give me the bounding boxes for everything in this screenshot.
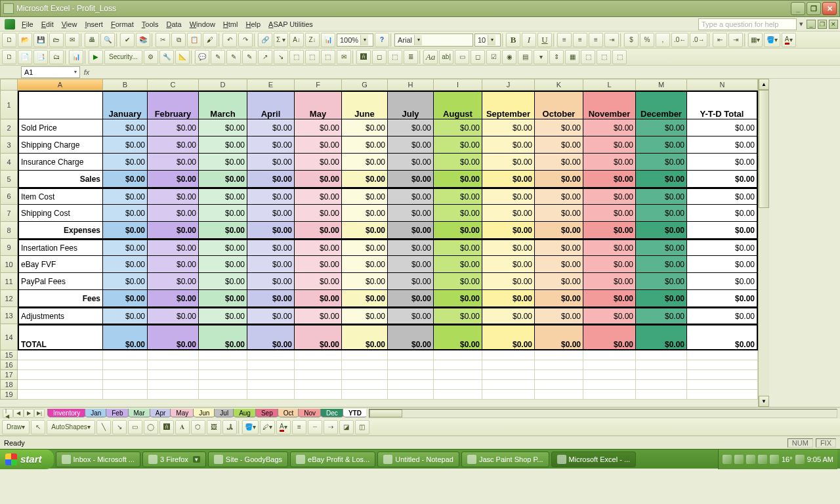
cell[interactable]: $0.00	[434, 239, 482, 256]
underline-button[interactable]: U	[537, 33, 552, 47]
tb2-form-2[interactable]: ◻	[372, 50, 387, 64]
cell[interactable]: $0.00	[103, 324, 148, 350]
col-header-C[interactable]: C	[148, 79, 199, 91]
row-label[interactable]: Expenses	[18, 222, 103, 239]
cell[interactable]: $0.00	[388, 136, 434, 154]
control-toolbox-button[interactable]: 🔧	[159, 50, 174, 64]
cell[interactable]: $0.00	[583, 171, 636, 188]
cell[interactable]: $0.00	[247, 290, 295, 307]
col-header-F[interactable]: F	[295, 79, 342, 91]
sheet-tab-feb[interactable]: Feb	[106, 409, 129, 417]
draw-menu[interactable]: Draw ▾	[2, 420, 30, 434]
row-header-10[interactable]: 10	[0, 256, 18, 273]
empty-cell[interactable]	[434, 360, 482, 370]
sheet-tab-mar[interactable]: Mar	[128, 409, 151, 417]
fill-color-button[interactable]: 🪣▾	[764, 33, 780, 47]
align-center-button[interactable]: ≡	[573, 33, 587, 47]
tb2-rev-1[interactable]: 💬	[195, 50, 209, 64]
cell[interactable]: $0.00	[482, 171, 535, 188]
tb2-btn-5[interactable]: 📊	[69, 50, 83, 64]
cell[interactable]: $0.00	[295, 290, 342, 307]
tb2-btn-1[interactable]: 🗋	[2, 50, 16, 64]
oval-tool[interactable]: ◯	[144, 420, 158, 434]
empty-cell[interactable]	[103, 390, 148, 400]
cell[interactable]: $0.00	[636, 154, 687, 171]
tb2-option[interactable]: ◉	[502, 50, 516, 64]
tb2-rev-2[interactable]: ✎	[211, 50, 225, 64]
cell[interactable]: $0.00	[583, 205, 636, 222]
cell[interactable]: $0.00	[199, 154, 247, 171]
cell[interactable]: $0.00	[583, 154, 636, 171]
empty-cell[interactable]	[636, 390, 687, 400]
cut-button[interactable]: ✂	[156, 33, 170, 47]
empty-cell[interactable]	[103, 350, 148, 360]
cell[interactable]: $0.00	[535, 136, 583, 154]
cell[interactable]: $0.00	[388, 290, 434, 307]
empty-cell[interactable]	[342, 370, 388, 380]
row-header-15[interactable]: 15	[0, 350, 18, 360]
cell[interactable]: $0.00	[434, 188, 482, 205]
row-label[interactable]: TOTAL	[18, 324, 103, 350]
percent-button[interactable]: %	[640, 33, 654, 47]
cell[interactable]: $0.00	[535, 222, 583, 239]
currency-button[interactable]: $	[624, 33, 639, 47]
cell[interactable]: $0.00	[535, 324, 583, 350]
font-size-combo[interactable]: 10▾	[474, 33, 501, 47]
cell-ytd[interactable]: $0.00	[687, 188, 758, 205]
cell[interactable]: $0.00	[482, 136, 535, 154]
textbox-tool[interactable]: 🅰	[159, 420, 174, 434]
tb2-form-4[interactable]: ≣	[404, 50, 418, 64]
row-header-11[interactable]: 11	[0, 273, 18, 290]
cell[interactable]: $0.00	[247, 205, 295, 222]
cell[interactable]: $0.00	[295, 222, 342, 239]
sheet-tab-oct[interactable]: Oct	[278, 409, 300, 417]
col-header-I[interactable]: I	[434, 79, 482, 91]
menu-window[interactable]: Window	[186, 18, 219, 30]
row-label[interactable]: PayPal Fees	[18, 273, 103, 290]
row-header-4[interactable]: 4	[0, 154, 18, 171]
tb2-more-1[interactable]: ⬚	[581, 50, 595, 64]
system-tray[interactable]: 16° 9:05 AM	[718, 450, 837, 469]
cell[interactable]: $0.00	[535, 188, 583, 205]
month-header[interactable]: July	[388, 91, 434, 119]
cell[interactable]: $0.00	[199, 307, 247, 324]
cell[interactable]: $0.00	[482, 239, 535, 256]
cell[interactable]: $0.00	[636, 205, 687, 222]
cell[interactable]: $0.00	[295, 273, 342, 290]
row-header-16[interactable]: 16	[0, 360, 18, 370]
format-painter-button[interactable]: 🖌	[203, 33, 217, 47]
row-label[interactable]: Sold Price	[18, 119, 103, 136]
cell[interactable]: $0.00	[148, 188, 199, 205]
cell-ytd[interactable]: $0.00	[687, 273, 758, 290]
empty-cell[interactable]	[636, 350, 687, 360]
clipart-tool[interactable]: 🖼	[207, 420, 221, 434]
hyperlink-button[interactable]: 🔗	[258, 33, 272, 47]
cell[interactable]: $0.00	[342, 171, 388, 188]
month-header[interactable]: December	[636, 91, 687, 119]
row-header-18[interactable]: 18	[0, 380, 18, 390]
cell[interactable]: $0.00	[434, 222, 482, 239]
empty-cell[interactable]	[583, 360, 636, 370]
empty-cell[interactable]	[295, 380, 342, 390]
cell[interactable]: $0.00	[482, 256, 535, 273]
empty-cell[interactable]	[583, 370, 636, 380]
tb2-more-2[interactable]: ⬚	[597, 50, 611, 64]
month-header[interactable]: August	[434, 91, 482, 119]
cell[interactable]: $0.00	[636, 256, 687, 273]
cell[interactable]: $0.00	[247, 188, 295, 205]
cell-ytd[interactable]: $0.00	[687, 171, 758, 188]
menu-view[interactable]: View	[58, 18, 81, 30]
cell[interactable]: $0.00	[295, 307, 342, 324]
col-header-N[interactable]: N	[687, 79, 758, 91]
month-header[interactable]: October	[535, 91, 583, 119]
design-mode-button[interactable]: 📐	[175, 50, 190, 64]
tb2-textbox[interactable]: ab|	[439, 50, 453, 64]
vertical-scrollbar[interactable]: ▲ ▼	[758, 79, 769, 407]
month-header[interactable]: March	[199, 91, 247, 119]
copy-button[interactable]: ⧉	[171, 33, 186, 47]
cell[interactable]: $0.00	[342, 273, 388, 290]
empty-cell[interactable]	[199, 380, 247, 390]
sheet-tab-apr[interactable]: Apr	[150, 409, 172, 417]
empty-cell[interactable]	[199, 360, 247, 370]
cell[interactable]: $0.00	[148, 136, 199, 154]
